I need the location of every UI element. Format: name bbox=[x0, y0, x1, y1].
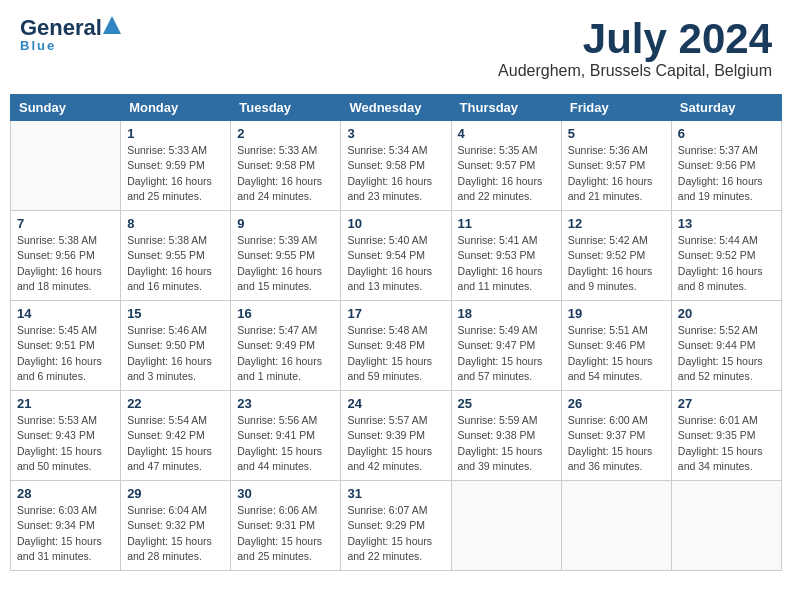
calendar-cell: 29Sunrise: 6:04 AMSunset: 9:32 PMDayligh… bbox=[121, 481, 231, 571]
calendar-cell bbox=[671, 481, 781, 571]
day-number: 30 bbox=[237, 486, 334, 501]
day-info: Sunrise: 5:47 AMSunset: 9:49 PMDaylight:… bbox=[237, 323, 334, 384]
calendar-cell: 5Sunrise: 5:36 AMSunset: 9:57 PMDaylight… bbox=[561, 121, 671, 211]
day-number: 14 bbox=[17, 306, 114, 321]
day-number: 22 bbox=[127, 396, 224, 411]
calendar-table: SundayMondayTuesdayWednesdayThursdayFrid… bbox=[10, 94, 782, 571]
day-info: Sunrise: 6:06 AMSunset: 9:31 PMDaylight:… bbox=[237, 503, 334, 564]
location-title: Auderghem, Brussels Capital, Belgium bbox=[498, 62, 772, 80]
calendar-cell: 6Sunrise: 5:37 AMSunset: 9:56 PMDaylight… bbox=[671, 121, 781, 211]
calendar-week-row: 14Sunrise: 5:45 AMSunset: 9:51 PMDayligh… bbox=[11, 301, 782, 391]
day-number: 8 bbox=[127, 216, 224, 231]
logo: General Blue bbox=[20, 16, 121, 53]
day-number: 29 bbox=[127, 486, 224, 501]
day-number: 26 bbox=[568, 396, 665, 411]
day-info: Sunrise: 5:38 AMSunset: 9:56 PMDaylight:… bbox=[17, 233, 114, 294]
logo-general: General bbox=[20, 17, 102, 39]
weekday-header-thursday: Thursday bbox=[451, 95, 561, 121]
calendar-cell: 30Sunrise: 6:06 AMSunset: 9:31 PMDayligh… bbox=[231, 481, 341, 571]
calendar-cell: 10Sunrise: 5:40 AMSunset: 9:54 PMDayligh… bbox=[341, 211, 451, 301]
weekday-header-tuesday: Tuesday bbox=[231, 95, 341, 121]
day-info: Sunrise: 5:52 AMSunset: 9:44 PMDaylight:… bbox=[678, 323, 775, 384]
day-info: Sunrise: 5:48 AMSunset: 9:48 PMDaylight:… bbox=[347, 323, 444, 384]
calendar-week-row: 7Sunrise: 5:38 AMSunset: 9:56 PMDaylight… bbox=[11, 211, 782, 301]
weekday-header-monday: Monday bbox=[121, 95, 231, 121]
calendar-cell: 18Sunrise: 5:49 AMSunset: 9:47 PMDayligh… bbox=[451, 301, 561, 391]
day-number: 2 bbox=[237, 126, 334, 141]
day-info: Sunrise: 5:46 AMSunset: 9:50 PMDaylight:… bbox=[127, 323, 224, 384]
day-info: Sunrise: 6:04 AMSunset: 9:32 PMDaylight:… bbox=[127, 503, 224, 564]
calendar-cell bbox=[11, 121, 121, 211]
day-info: Sunrise: 5:34 AMSunset: 9:58 PMDaylight:… bbox=[347, 143, 444, 204]
day-number: 3 bbox=[347, 126, 444, 141]
calendar-cell: 31Sunrise: 6:07 AMSunset: 9:29 PMDayligh… bbox=[341, 481, 451, 571]
logo-blue: Blue bbox=[20, 38, 56, 53]
day-info: Sunrise: 5:42 AMSunset: 9:52 PMDaylight:… bbox=[568, 233, 665, 294]
day-info: Sunrise: 5:45 AMSunset: 9:51 PMDaylight:… bbox=[17, 323, 114, 384]
day-number: 18 bbox=[458, 306, 555, 321]
calendar-week-row: 1Sunrise: 5:33 AMSunset: 9:59 PMDaylight… bbox=[11, 121, 782, 211]
day-number: 10 bbox=[347, 216, 444, 231]
day-info: Sunrise: 6:00 AMSunset: 9:37 PMDaylight:… bbox=[568, 413, 665, 474]
calendar-cell: 28Sunrise: 6:03 AMSunset: 9:34 PMDayligh… bbox=[11, 481, 121, 571]
calendar-week-row: 28Sunrise: 6:03 AMSunset: 9:34 PMDayligh… bbox=[11, 481, 782, 571]
day-info: Sunrise: 5:33 AMSunset: 9:58 PMDaylight:… bbox=[237, 143, 334, 204]
day-info: Sunrise: 5:41 AMSunset: 9:53 PMDaylight:… bbox=[458, 233, 555, 294]
day-info: Sunrise: 5:44 AMSunset: 9:52 PMDaylight:… bbox=[678, 233, 775, 294]
weekday-header-wednesday: Wednesday bbox=[341, 95, 451, 121]
weekday-header-row: SundayMondayTuesdayWednesdayThursdayFrid… bbox=[11, 95, 782, 121]
calendar-cell: 11Sunrise: 5:41 AMSunset: 9:53 PMDayligh… bbox=[451, 211, 561, 301]
weekday-header-sunday: Sunday bbox=[11, 95, 121, 121]
day-info: Sunrise: 5:57 AMSunset: 9:39 PMDaylight:… bbox=[347, 413, 444, 474]
calendar-cell: 26Sunrise: 6:00 AMSunset: 9:37 PMDayligh… bbox=[561, 391, 671, 481]
calendar-cell: 25Sunrise: 5:59 AMSunset: 9:38 PMDayligh… bbox=[451, 391, 561, 481]
month-title: July 2024 bbox=[498, 16, 772, 62]
calendar-cell: 19Sunrise: 5:51 AMSunset: 9:46 PMDayligh… bbox=[561, 301, 671, 391]
calendar-cell: 24Sunrise: 5:57 AMSunset: 9:39 PMDayligh… bbox=[341, 391, 451, 481]
day-info: Sunrise: 5:59 AMSunset: 9:38 PMDaylight:… bbox=[458, 413, 555, 474]
day-info: Sunrise: 5:38 AMSunset: 9:55 PMDaylight:… bbox=[127, 233, 224, 294]
day-number: 5 bbox=[568, 126, 665, 141]
day-number: 24 bbox=[347, 396, 444, 411]
title-block: July 2024 Auderghem, Brussels Capital, B… bbox=[498, 16, 772, 80]
day-info: Sunrise: 6:01 AMSunset: 9:35 PMDaylight:… bbox=[678, 413, 775, 474]
calendar-cell: 7Sunrise: 5:38 AMSunset: 9:56 PMDaylight… bbox=[11, 211, 121, 301]
day-number: 9 bbox=[237, 216, 334, 231]
day-number: 7 bbox=[17, 216, 114, 231]
day-number: 11 bbox=[458, 216, 555, 231]
day-number: 12 bbox=[568, 216, 665, 231]
day-number: 4 bbox=[458, 126, 555, 141]
calendar-cell: 20Sunrise: 5:52 AMSunset: 9:44 PMDayligh… bbox=[671, 301, 781, 391]
day-number: 25 bbox=[458, 396, 555, 411]
day-number: 1 bbox=[127, 126, 224, 141]
day-info: Sunrise: 6:07 AMSunset: 9:29 PMDaylight:… bbox=[347, 503, 444, 564]
day-number: 23 bbox=[237, 396, 334, 411]
calendar-cell: 9Sunrise: 5:39 AMSunset: 9:55 PMDaylight… bbox=[231, 211, 341, 301]
svg-marker-0 bbox=[103, 16, 121, 34]
page-header: General Blue July 2024 Auderghem, Brusse… bbox=[10, 10, 782, 86]
calendar-cell: 12Sunrise: 5:42 AMSunset: 9:52 PMDayligh… bbox=[561, 211, 671, 301]
calendar-cell: 2Sunrise: 5:33 AMSunset: 9:58 PMDaylight… bbox=[231, 121, 341, 211]
calendar-week-row: 21Sunrise: 5:53 AMSunset: 9:43 PMDayligh… bbox=[11, 391, 782, 481]
day-number: 6 bbox=[678, 126, 775, 141]
day-info: Sunrise: 5:37 AMSunset: 9:56 PMDaylight:… bbox=[678, 143, 775, 204]
day-info: Sunrise: 5:56 AMSunset: 9:41 PMDaylight:… bbox=[237, 413, 334, 474]
calendar-cell: 23Sunrise: 5:56 AMSunset: 9:41 PMDayligh… bbox=[231, 391, 341, 481]
calendar-cell bbox=[451, 481, 561, 571]
calendar-cell: 4Sunrise: 5:35 AMSunset: 9:57 PMDaylight… bbox=[451, 121, 561, 211]
day-info: Sunrise: 5:49 AMSunset: 9:47 PMDaylight:… bbox=[458, 323, 555, 384]
logo-icon bbox=[103, 16, 121, 38]
calendar-cell: 3Sunrise: 5:34 AMSunset: 9:58 PMDaylight… bbox=[341, 121, 451, 211]
day-number: 31 bbox=[347, 486, 444, 501]
day-number: 16 bbox=[237, 306, 334, 321]
calendar-cell: 22Sunrise: 5:54 AMSunset: 9:42 PMDayligh… bbox=[121, 391, 231, 481]
day-info: Sunrise: 5:35 AMSunset: 9:57 PMDaylight:… bbox=[458, 143, 555, 204]
calendar-cell: 15Sunrise: 5:46 AMSunset: 9:50 PMDayligh… bbox=[121, 301, 231, 391]
weekday-header-saturday: Saturday bbox=[671, 95, 781, 121]
weekday-header-friday: Friday bbox=[561, 95, 671, 121]
day-info: Sunrise: 5:33 AMSunset: 9:59 PMDaylight:… bbox=[127, 143, 224, 204]
day-number: 17 bbox=[347, 306, 444, 321]
calendar-cell bbox=[561, 481, 671, 571]
calendar-cell: 21Sunrise: 5:53 AMSunset: 9:43 PMDayligh… bbox=[11, 391, 121, 481]
calendar-cell: 14Sunrise: 5:45 AMSunset: 9:51 PMDayligh… bbox=[11, 301, 121, 391]
